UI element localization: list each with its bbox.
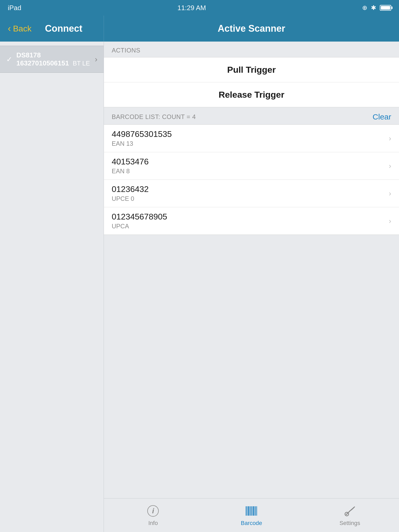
barcode-type-3: UPCE 0	[112, 195, 389, 202]
left-panel: ✓ DS8178 16327010506151 BT LE ›	[0, 42, 104, 532]
barcode-chevron-icon-1: ›	[389, 134, 391, 143]
barcode-list-label: BARCODE LIST: COUNT = 4	[112, 113, 196, 121]
bluetooth-icon: ✱	[371, 4, 376, 11]
barcode-chevron-icon-4: ›	[389, 217, 391, 225]
barcode-item-content-2: 40153476 EAN 8	[112, 157, 389, 175]
back-label: Back	[13, 24, 31, 34]
barcode-section-header: BARCODE LIST: COUNT = 4 Clear	[104, 107, 399, 124]
nav-right-section: Active Scanner	[104, 16, 399, 42]
back-chevron-icon: ‹	[8, 23, 11, 34]
barcode-item-content-3: 01236432 UPCE 0	[112, 184, 389, 202]
connect-title: Connect	[45, 23, 82, 34]
barcode-list: 4498765301535 EAN 13 › 40153476 EAN 8 › …	[104, 124, 399, 235]
barcode-item-1[interactable]: 4498765301535 EAN 13 ›	[104, 125, 399, 152]
barcode-value-2: 40153476	[112, 157, 389, 167]
svg-rect-7	[255, 506, 255, 516]
barcode-item-3[interactable]: 01236432 UPCE 0 ›	[104, 180, 399, 207]
barcode-type-1: EAN 13	[112, 140, 389, 147]
settings-tab-icon-container	[343, 504, 357, 518]
barcode-chevron-icon-3: ›	[389, 189, 391, 198]
active-scanner-title: Active Scanner	[218, 23, 285, 34]
barcode-item-4[interactable]: 012345678905 UPCA ›	[104, 207, 399, 235]
settings-tab-label: Settings	[340, 520, 360, 527]
barcode-tab-label: Barcode	[241, 520, 262, 527]
svg-rect-8	[256, 506, 256, 516]
release-trigger-button[interactable]: Release Trigger	[104, 82, 399, 107]
tab-info[interactable]: i Info	[104, 504, 202, 527]
svg-rect-4	[251, 506, 251, 516]
device-chevron-icon: ›	[95, 55, 97, 64]
main-content: ✓ DS8178 16327010506151 BT LE › ACTIONS …	[0, 42, 399, 532]
time-label: 11:29 AM	[177, 4, 206, 12]
tab-settings[interactable]: Settings	[301, 504, 399, 527]
info-tab-icon: i	[146, 504, 160, 518]
svg-rect-6	[253, 506, 254, 516]
right-panel: ACTIONS Pull Trigger Release Trigger BAR…	[104, 42, 399, 532]
settings-icon	[344, 505, 356, 517]
screen-rotation-icon: ⊕	[362, 4, 367, 11]
actions-header: ACTIONS	[104, 42, 399, 57]
barcode-value-1: 4498765301535	[112, 129, 389, 139]
checkmark-icon: ✓	[6, 55, 12, 64]
clear-button[interactable]: Clear	[373, 112, 391, 121]
svg-rect-9	[257, 506, 257, 516]
barcode-type-4: UPCA	[112, 223, 389, 230]
barcode-value-3: 01236432	[112, 184, 389, 194]
tab-bar: i Info	[104, 498, 399, 532]
svg-rect-2	[248, 506, 249, 516]
device-list-item[interactable]: ✓ DS8178 16327010506151 BT LE ›	[0, 46, 104, 73]
battery-icon	[380, 5, 391, 11]
barcode-icon	[246, 505, 257, 517]
actions-list: Pull Trigger Release Trigger	[104, 57, 399, 107]
tab-barcode[interactable]: Barcode	[202, 504, 301, 527]
back-button[interactable]: ‹ Back	[8, 23, 31, 34]
device-info: DS8178 16327010506151 BT LE	[16, 51, 95, 67]
carrier-label: iPad	[8, 4, 21, 12]
barcode-value-4: 012345678905	[112, 212, 389, 222]
barcode-item-content-1: 4498765301535 EAN 13	[112, 129, 389, 147]
svg-rect-1	[247, 506, 248, 516]
barcode-type-2: EAN 8	[112, 168, 389, 175]
svg-rect-3	[250, 506, 250, 516]
status-icons: ⊕ ✱	[362, 4, 391, 11]
info-tab-label: Info	[148, 520, 158, 527]
info-icon: i	[147, 505, 159, 517]
content-spacer	[104, 235, 399, 498]
nav-left-section: ‹ Back Connect	[0, 16, 104, 42]
barcode-item-2[interactable]: 40153476 EAN 8 ›	[104, 152, 399, 180]
device-type: BT LE	[73, 60, 90, 67]
status-bar: iPad 11:29 AM ⊕ ✱	[0, 0, 399, 16]
svg-rect-5	[252, 506, 252, 516]
nav-bar: ‹ Back Connect Active Scanner	[0, 16, 399, 42]
svg-rect-0	[246, 506, 247, 516]
barcode-item-content-4: 012345678905 UPCA	[112, 212, 389, 230]
device-name: DS8178 16327010506151	[16, 51, 69, 67]
barcode-tab-icon-container	[245, 504, 258, 518]
pull-trigger-button[interactable]: Pull Trigger	[104, 57, 399, 82]
barcode-chevron-icon-2: ›	[389, 162, 391, 170]
